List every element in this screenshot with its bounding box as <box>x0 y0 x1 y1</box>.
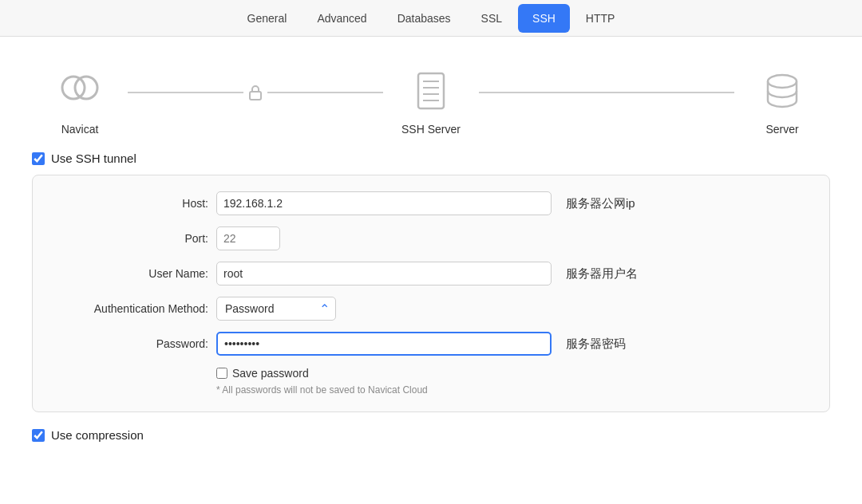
username-label: User Name: <box>57 267 216 280</box>
tab-ssh[interactable]: SSH <box>518 4 570 33</box>
save-password-row: Save password <box>216 367 805 380</box>
tab-advanced[interactable]: Advanced <box>302 4 381 33</box>
tab-databases[interactable]: Databases <box>383 4 465 33</box>
use-ssh-tunnel-label: Use SSH tunnel <box>51 152 136 165</box>
auth-method-select[interactable]: Password Public Key Keyboard Interactive <box>216 297 336 321</box>
tab-bar: General Advanced Databases SSL SSH HTTP <box>0 0 862 37</box>
host-label: Host: <box>57 197 216 210</box>
lock-icon <box>243 82 267 103</box>
auth-method-row: Authentication Method: Password Public K… <box>57 297 805 321</box>
host-row: Host: 服务器公网ip <box>57 191 805 215</box>
use-compression-checkbox[interactable] <box>32 429 45 442</box>
diagram-line-2 <box>479 92 734 93</box>
port-row: Port: <box>57 226 805 250</box>
server-label: Server <box>765 123 798 136</box>
svg-rect-2 <box>250 92 261 100</box>
tab-http[interactable]: HTTP <box>571 4 630 33</box>
password-input[interactable] <box>216 332 552 356</box>
navicat-icon <box>56 69 104 116</box>
port-label: Port: <box>57 232 216 245</box>
use-ssh-tunnel-row: Use SSH tunnel <box>32 152 830 165</box>
server-icon <box>758 69 806 116</box>
password-label: Password: <box>57 337 216 350</box>
main-content: Navicat SSH Server <box>0 37 862 458</box>
auth-select-wrap: Password Public Key Keyboard Interactive… <box>216 297 336 321</box>
server-node: Server <box>734 69 830 136</box>
svg-rect-3 <box>418 73 444 108</box>
tab-ssl[interactable]: SSL <box>467 4 516 33</box>
svg-point-8 <box>768 75 797 88</box>
ssh-server-icon <box>407 69 455 116</box>
password-row: Password: 服务器密码 <box>57 332 805 356</box>
auth-method-label: Authentication Method: <box>57 302 216 315</box>
use-compression-label: Use compression <box>51 428 144 442</box>
ssh-diagram: Navicat SSH Server <box>32 53 830 144</box>
port-input[interactable] <box>216 226 280 250</box>
svg-point-0 <box>62 77 85 99</box>
ssh-server-label: SSH Server <box>401 123 461 136</box>
navicat-node: Navicat <box>32 69 128 136</box>
password-annotation: 服务器密码 <box>566 337 626 352</box>
tab-general[interactable]: General <box>233 4 302 33</box>
use-ssh-tunnel-checkbox[interactable] <box>32 152 45 165</box>
diagram-line-1 <box>128 92 383 93</box>
save-password-label: Save password <box>232 367 309 380</box>
use-compression-row: Use compression <box>32 428 830 442</box>
form-card: Host: 服务器公网ip Port: User Name: 服务器用户名 Au… <box>32 175 830 412</box>
username-annotation: 服务器用户名 <box>566 266 638 282</box>
cloud-note: * All passwords will not be saved to Nav… <box>216 384 805 396</box>
username-input[interactable] <box>216 262 552 285</box>
svg-point-1 <box>75 77 97 99</box>
host-annotation: 服务器公网ip <box>566 196 635 211</box>
host-input[interactable] <box>216 191 552 215</box>
navicat-label: Navicat <box>61 123 99 136</box>
ssh-server-node: SSH Server <box>383 69 479 136</box>
save-password-checkbox[interactable] <box>216 368 227 379</box>
username-row: User Name: 服务器用户名 <box>57 262 805 285</box>
